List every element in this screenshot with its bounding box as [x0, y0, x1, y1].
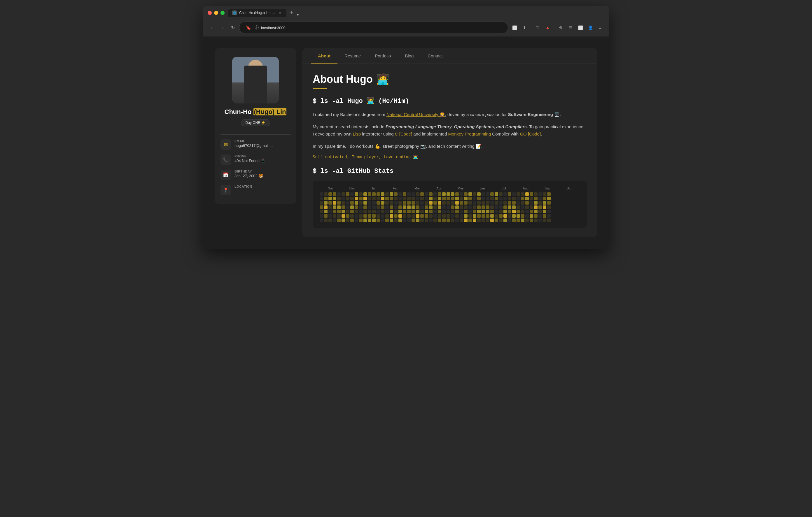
calendar-day[interactable]	[468, 206, 472, 209]
calendar-day[interactable]	[530, 210, 533, 213]
calendar-day[interactable]	[333, 219, 336, 222]
calendar-day[interactable]	[433, 192, 437, 196]
calendar-day[interactable]	[377, 210, 380, 213]
calendar-day[interactable]	[438, 210, 441, 213]
calendar-day[interactable]	[403, 219, 406, 222]
calendar-day[interactable]	[429, 219, 433, 222]
calendar-day[interactable]	[490, 201, 494, 205]
new-tab-button[interactable]: +	[288, 9, 296, 17]
calendar-day[interactable]	[399, 201, 402, 205]
calendar-day[interactable]	[486, 201, 489, 205]
calendar-day[interactable]	[517, 201, 520, 205]
calendar-day[interactable]	[451, 210, 455, 213]
calendar-day[interactable]	[521, 206, 524, 209]
calendar-day[interactable]	[442, 219, 446, 222]
cast-icon[interactable]: ⬜	[511, 24, 519, 32]
calendar-day[interactable]	[355, 197, 358, 200]
calendar-day[interactable]	[368, 201, 371, 205]
calendar-day[interactable]	[425, 201, 428, 205]
calendar-day[interactable]	[407, 210, 411, 213]
calendar-day[interactable]	[411, 206, 415, 209]
calendar-day[interactable]	[464, 210, 468, 213]
calendar-day[interactable]	[368, 192, 371, 196]
calendar-day[interactable]	[512, 206, 516, 209]
calendar-day[interactable]	[333, 214, 336, 218]
calendar-day[interactable]	[455, 206, 459, 209]
calendar-day[interactable]	[499, 210, 502, 213]
calendar-day[interactable]	[429, 201, 433, 205]
calendar-day[interactable]	[381, 192, 384, 196]
calendar-day[interactable]	[539, 206, 542, 209]
calendar-day[interactable]	[429, 197, 433, 200]
calendar-day[interactable]	[543, 214, 546, 218]
calendar-day[interactable]	[407, 219, 411, 222]
calendar-day[interactable]	[372, 201, 376, 205]
calendar-day[interactable]	[477, 214, 481, 218]
calendar-day[interactable]	[477, 206, 481, 209]
calendar-day[interactable]	[333, 192, 336, 196]
calendar-day[interactable]	[517, 197, 520, 200]
share-icon[interactable]: ⬆	[520, 24, 528, 32]
calendar-day[interactable]	[455, 201, 459, 205]
calendar-day[interactable]	[346, 206, 349, 209]
calendar-day[interactable]	[328, 192, 332, 196]
calendar-day[interactable]	[324, 201, 327, 205]
calendar-day[interactable]	[342, 210, 345, 213]
calendar-day[interactable]	[517, 219, 520, 222]
calendar-day[interactable]	[337, 214, 341, 218]
calendar-day[interactable]	[390, 192, 393, 196]
calendar-day[interactable]	[385, 206, 389, 209]
calendar-day[interactable]	[490, 206, 494, 209]
calendar-day[interactable]	[446, 197, 450, 200]
back-button[interactable]: ‹	[208, 24, 216, 32]
calendar-day[interactable]	[433, 219, 437, 222]
calendar-day[interactable]	[534, 206, 538, 209]
calendar-day[interactable]	[333, 201, 336, 205]
calendar-day[interactable]	[333, 210, 336, 213]
calendar-day[interactable]	[429, 214, 433, 218]
calendar-day[interactable]	[433, 210, 437, 213]
calendar-day[interactable]	[477, 197, 481, 200]
calendar-day[interactable]	[346, 192, 349, 196]
calendar-day[interactable]	[451, 192, 455, 196]
calendar-day[interactable]	[342, 219, 345, 222]
ncu-link[interactable]: National Central University 🦁	[386, 112, 445, 117]
calendar-day[interactable]	[420, 192, 424, 196]
calendar-day[interactable]	[364, 214, 367, 218]
calendar-day[interactable]	[442, 214, 446, 218]
calendar-day[interactable]	[403, 197, 406, 200]
calendar-day[interactable]	[512, 214, 516, 218]
calendar-day[interactable]	[320, 206, 323, 209]
calendar-day[interactable]	[539, 214, 542, 218]
menu-button[interactable]: ≡	[596, 24, 604, 32]
calendar-day[interactable]	[355, 214, 358, 218]
calendar-day[interactable]	[455, 197, 459, 200]
calendar-day[interactable]	[385, 210, 389, 213]
calendar-day[interactable]	[328, 214, 332, 218]
calendar-day[interactable]	[355, 210, 358, 213]
calendar-day[interactable]	[320, 219, 323, 222]
calendar-day[interactable]	[438, 206, 441, 209]
calendar-day[interactable]	[337, 210, 341, 213]
calendar-day[interactable]	[486, 197, 489, 200]
calendar-day[interactable]	[460, 206, 463, 209]
calendar-day[interactable]	[525, 214, 529, 218]
calendar-day[interactable]	[416, 219, 419, 222]
calendar-day[interactable]	[482, 219, 485, 222]
calendar-day[interactable]	[364, 206, 367, 209]
calendar-day[interactable]	[359, 210, 362, 213]
calendar-day[interactable]	[328, 206, 332, 209]
calendar-day[interactable]	[482, 214, 485, 218]
calendar-day[interactable]	[377, 197, 380, 200]
calendar-day[interactable]	[333, 206, 336, 209]
calendar-day[interactable]	[372, 219, 376, 222]
calendar-day[interactable]	[534, 214, 538, 218]
calendar-day[interactable]	[411, 214, 415, 218]
calendar-day[interactable]	[534, 197, 538, 200]
calendar-day[interactable]	[372, 197, 376, 200]
calendar-day[interactable]	[490, 219, 494, 222]
calendar-day[interactable]	[425, 206, 428, 209]
calendar-day[interactable]	[530, 214, 533, 218]
calendar-day[interactable]	[403, 192, 406, 196]
bookmark-icon[interactable]: 🔖	[244, 24, 252, 32]
